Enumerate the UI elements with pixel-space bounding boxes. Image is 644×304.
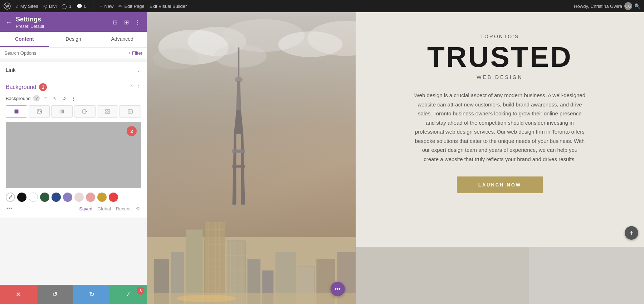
comments-item[interactable]: ◯ 1	[62, 4, 71, 9]
undo-sub-icon[interactable]: ↺	[60, 95, 68, 102]
svg-rect-10	[108, 109, 110, 111]
redo-button[interactable]: ↻	[73, 285, 110, 304]
background-title-group: Background 1	[6, 83, 47, 91]
pencil-icon: ✏	[118, 4, 122, 9]
settings-title-group: Settings Preset: Default	[16, 16, 44, 29]
color-tabs-row: ••• Saved Global Recent ⚙	[6, 205, 141, 212]
color-purple-light[interactable]	[63, 193, 72, 202]
divi-icon: ◎	[43, 4, 47, 9]
home-icon: ⌂	[16, 4, 19, 9]
color-white[interactable]	[29, 193, 38, 202]
bubble2-icon: 💬	[77, 4, 82, 9]
svg-marker-8	[86, 110, 87, 113]
new-item[interactable]: + New	[100, 4, 114, 9]
color-red[interactable]	[109, 193, 118, 202]
divider1	[93, 3, 93, 10]
color-black[interactable]	[17, 193, 26, 202]
link-section[interactable]: Link ⌄	[0, 62, 147, 78]
background-type-row	[6, 105, 141, 118]
cancel-button[interactable]: ✕	[0, 285, 37, 304]
color-settings-gear-icon[interactable]: ⚙	[136, 206, 140, 211]
buildings-svg	[147, 114, 356, 304]
color-picker-btn[interactable]	[6, 193, 15, 202]
color-swatch-area[interactable]: 2	[6, 122, 141, 188]
comments-count2: 0	[84, 4, 87, 9]
back-button[interactable]: ←	[5, 19, 13, 26]
device-icon[interactable]: □	[42, 95, 49, 102]
help-icon[interactable]: ?	[33, 95, 40, 101]
chevron-down-icon: ⌄	[137, 67, 141, 73]
svg-rect-11	[106, 112, 107, 114]
comments-count: 1	[69, 4, 71, 9]
exit-builder-label: Exit Visual Builder	[150, 4, 187, 9]
my-sites-label: My Sites	[20, 4, 38, 9]
bg-type-gradient[interactable]	[51, 105, 73, 118]
settings-header-icons: ⊡ ⊞ ⋮	[111, 19, 142, 26]
hero-description: Web design is a crucial aspect of any mo…	[414, 91, 586, 164]
pattern-icon	[105, 109, 110, 114]
background-sub-row: Background ? □ ↖ ↺ ⋮	[6, 95, 141, 102]
link-label: Link	[6, 67, 16, 73]
grid-icon[interactable]: ⊞	[122, 19, 130, 26]
settings-header-left: ← Settings Preset: Default	[5, 16, 44, 29]
tab-advanced[interactable]: Advanced	[98, 32, 147, 47]
color-pink[interactable]	[86, 193, 95, 202]
edit-page-item[interactable]: ✏ Edit Page	[118, 4, 144, 9]
undo-button[interactable]: ↺	[37, 285, 74, 304]
comments2-item[interactable]: 💬 0	[77, 4, 87, 9]
gradient-icon	[59, 109, 64, 114]
wp-logo-item[interactable]: W	[4, 3, 11, 10]
svg-rect-4	[37, 110, 42, 113]
dots-icon: •••	[335, 286, 341, 292]
dots-menu-icon[interactable]: ⋮	[134, 19, 142, 26]
background-section-header: Background 1 ⌃ ⋮	[6, 83, 141, 91]
bg-type-video[interactable]	[74, 105, 96, 118]
layout-icon[interactable]: ⊡	[111, 19, 119, 26]
exit-builder-item[interactable]: Exit Visual Builder	[150, 4, 187, 9]
bg-type-map[interactable]	[119, 105, 141, 118]
user-avatar: CG	[624, 2, 632, 10]
color-fill-icon	[14, 109, 19, 114]
tab-content[interactable]: Content	[0, 32, 49, 47]
color-dots-icon[interactable]: •••	[6, 205, 13, 212]
background-section-actions: ⌃ ⋮	[130, 84, 141, 90]
search-icon[interactable]: 🔍	[634, 3, 640, 9]
bg-type-color[interactable]	[6, 105, 27, 118]
new-label: New	[104, 4, 113, 9]
admin-bar-right: Howdy, Christina Gwira CG 🔍	[574, 2, 640, 10]
section-more-icon[interactable]: ⋮	[136, 84, 141, 90]
map-icon	[128, 109, 133, 114]
color-tab-global[interactable]: Global	[97, 206, 111, 211]
search-options-input[interactable]	[4, 50, 125, 56]
howdy-section[interactable]: Howdy, Christina Gwira CG 🔍	[574, 2, 640, 10]
filter-button[interactable]: + Filter	[128, 50, 142, 56]
bubble-icon: ◯	[62, 4, 67, 9]
bottom-image-placeholder	[356, 247, 529, 304]
color-pink-light[interactable]	[74, 193, 84, 202]
add-section-button[interactable]: +	[625, 226, 638, 240]
svg-rect-3	[15, 110, 18, 113]
my-sites-item[interactable]: ⌂ My Sites	[16, 4, 38, 9]
color-palette-row	[6, 193, 141, 202]
divi-label: Divi	[49, 4, 57, 9]
save-button[interactable]: ✓ 3	[110, 285, 147, 304]
floating-dots-button[interactable]: •••	[331, 282, 345, 296]
more-sub-icon[interactable]: ⋮	[70, 95, 77, 102]
bg-type-pattern[interactable]	[97, 105, 118, 118]
divi-item[interactable]: ◎ Divi	[43, 4, 57, 9]
color-tab-recent[interactable]: Recent	[116, 206, 131, 211]
background-badge: 1	[39, 83, 47, 91]
tab-design[interactable]: Design	[49, 32, 98, 47]
arrow-icon[interactable]: ↖	[51, 95, 58, 102]
swatch-badge: 2	[127, 126, 137, 136]
wp-icon: W	[4, 3, 11, 10]
color-dark-green[interactable]	[40, 193, 49, 202]
search-options-row: + Filter	[0, 48, 147, 59]
bg-type-image[interactable]	[29, 105, 50, 118]
launch-button[interactable]: LAUNCH NOW	[457, 176, 543, 193]
color-tab-saved[interactable]: Saved	[79, 206, 92, 211]
collapse-icon[interactable]: ⌃	[130, 84, 134, 90]
color-blue[interactable]	[52, 193, 61, 202]
color-gold[interactable]	[97, 193, 107, 202]
background-sub-icons: ? □ ↖ ↺ ⋮	[33, 95, 77, 102]
